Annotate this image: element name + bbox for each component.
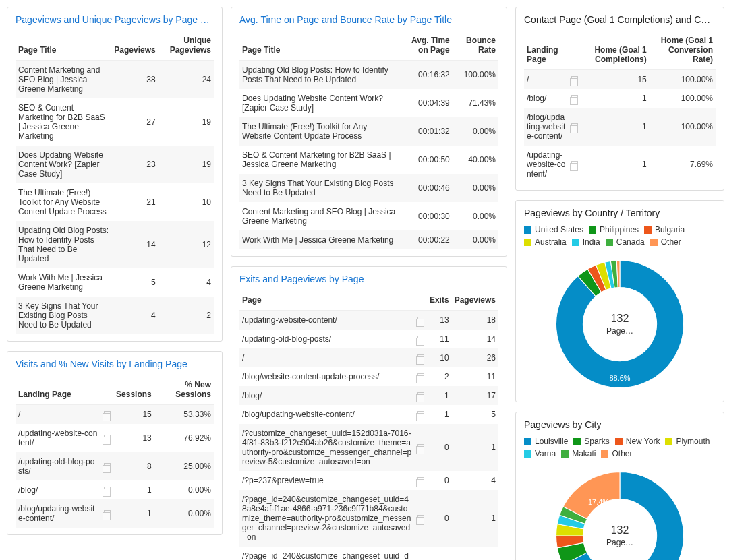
table-row[interactable]: /blog/updating-website-content/ 1 0.00% [16, 499, 214, 528]
open-link-icon[interactable] [104, 435, 111, 441]
open-link-icon[interactable] [571, 161, 578, 168]
table-row[interactable]: /blog/website-content-update-process/ 2 … [239, 367, 498, 386]
card-title[interactable]: Pageviews by Country / Territory [524, 208, 716, 218]
legend-item[interactable]: Canada [606, 237, 645, 247]
legend-label: Sparks [584, 437, 609, 446]
card-title[interactable]: Exits and Pageviews by Page [239, 274, 498, 284]
open-link-icon[interactable] [571, 95, 578, 102]
table-row[interactable]: Updating Old Blog Posts: How to Identify… [239, 61, 498, 90]
open-link-icon[interactable] [104, 510, 111, 517]
col-unique-pageviews[interactable]: Unique Pageviews [158, 32, 214, 61]
table-row[interactable]: /updating-old-blog-posts/ 8 25.00% [16, 452, 214, 480]
legend-item[interactable]: Varna [524, 449, 556, 458]
open-link-icon[interactable] [417, 411, 424, 418]
table-row[interactable]: /blog/ 1 100.00% [524, 89, 716, 108]
col-sessions[interactable]: Sessions [113, 376, 154, 405]
table-row[interactable]: / 15 100.00% [524, 70, 716, 90]
open-link-icon[interactable] [571, 123, 578, 130]
table-exits: Page Exits Pageviews /updating-website-c… [239, 291, 498, 560]
col-bounce[interactable]: Bounce Rate [453, 32, 498, 61]
legend-item[interactable]: Makati [561, 449, 596, 458]
donut-chart-city[interactable]: 132 Page… 67.4% 17.4% [549, 465, 691, 560]
col-landing-page[interactable]: Landing Page [524, 32, 581, 70]
col-avg-time[interactable]: Avg. Time on Page [399, 32, 453, 61]
table-row[interactable]: /updating-website-content/ 13 76.92% [16, 424, 214, 452]
col-pageviews[interactable]: Pageviews [452, 291, 498, 311]
legend-label: New York [626, 437, 660, 446]
table-row[interactable]: /blog/updating-website-content/ 1 100.00… [524, 108, 716, 146]
open-link-icon[interactable] [417, 444, 424, 451]
table-row[interactable]: The Ultimate (Free!) Toolkit for Any Web… [239, 117, 498, 146]
table-row[interactable]: Does Updating Website Content Work? [Zap… [239, 89, 498, 117]
open-link-icon[interactable] [417, 373, 424, 380]
legend-item[interactable]: Other [650, 237, 681, 247]
open-link-icon[interactable] [417, 477, 424, 484]
cell-page: / [239, 348, 427, 367]
table-row[interactable]: Content Marketing and SEO Blog | Jessica… [16, 61, 214, 99]
card-title[interactable]: Contact Page (Goal 1 Completions) and Co… [524, 14, 716, 25]
table-row[interactable]: /?customize_changeset_uuid=152d031a-7016… [239, 424, 498, 471]
col-conversion[interactable]: Home (Goal 1 Conversion Rate) [650, 32, 716, 70]
legend-item[interactable]: Other [601, 449, 632, 458]
table-row[interactable]: /?page_id=240&customize_changeset_uuid=d… [239, 547, 498, 560]
card-title[interactable]: Pageviews by City [524, 419, 716, 430]
table-row[interactable]: Updating Old Blog Posts: How to Identify… [16, 221, 214, 268]
card-title[interactable]: Visits and % New Visits by Landing Page [16, 359, 214, 369]
donut-chart-country[interactable]: 132 Page… 88.6% [549, 253, 691, 395]
open-link-icon[interactable] [417, 392, 424, 399]
table-row[interactable]: /?p=237&preview=true 0 4 [239, 471, 498, 490]
cell-page-title: The Ultimate (Free!) Toolkit for Any Web… [16, 183, 111, 221]
legend-label: Philippines [600, 225, 639, 235]
open-link-icon[interactable] [571, 76, 578, 83]
legend-item[interactable]: Louisville [524, 437, 568, 446]
table-row[interactable]: /updating-old-blog-posts/ 11 14 [239, 330, 498, 348]
legend-swatch-icon [524, 226, 531, 234]
col-new-sessions[interactable]: % New Sessions [154, 376, 214, 405]
table-row[interactable]: /blog/ 1 0.00% [16, 480, 214, 499]
legend-item[interactable]: Bulgaria [644, 225, 685, 235]
col-page-title[interactable]: Page Title [239, 32, 399, 61]
col-completions[interactable]: Home (Goal 1 Completions) [581, 32, 650, 70]
cell-page: /?customize_changeset_uuid=152d031a-7016… [239, 424, 427, 471]
table-row[interactable]: SEO & Content Marketing for B2B SaaS | J… [239, 146, 498, 174]
col-page[interactable]: Page [239, 291, 427, 311]
table-row[interactable]: /updating-website-content/ 13 18 [239, 311, 498, 330]
table-row[interactable]: Content Marketing and SEO Blog | Jessica… [239, 202, 498, 230]
cell-page-title: Does Updating Website Content Work? [Zap… [16, 146, 111, 183]
card-title[interactable]: Pageviews and Unique Pageviews by Page T… [16, 14, 214, 25]
table-row[interactable]: /blog/updating-website-content/ 1 5 [239, 405, 498, 424]
table-row[interactable]: / 10 26 [239, 348, 498, 367]
table-row[interactable]: /blog/ 1 17 [239, 386, 498, 405]
legend-item[interactable]: Philippines [589, 225, 639, 235]
open-link-icon[interactable] [104, 487, 111, 493]
table-row[interactable]: / 15 53.33% [16, 405, 214, 425]
legend-item[interactable]: Plymouth [665, 437, 710, 446]
open-link-icon[interactable] [417, 317, 424, 323]
legend-item[interactable]: New York [615, 437, 660, 446]
card-title[interactable]: Avg. Time on Page and Bounce Rate by Pag… [239, 14, 498, 25]
table-row[interactable]: 3 Key Signs That Your Existing Blog Post… [16, 297, 214, 334]
table-row[interactable]: The Ultimate (Free!) Toolkit for Any Web… [16, 183, 214, 221]
legend-item[interactable]: India [572, 237, 600, 247]
table-row[interactable]: Does Updating Website Content Work? [Zap… [16, 146, 214, 183]
col-pageviews[interactable]: Pageviews [111, 32, 158, 61]
legend-item[interactable]: Sparks [573, 437, 609, 446]
table-row[interactable]: SEO & Content Marketing for B2B SaaS | J… [16, 98, 214, 146]
table-row[interactable]: 3 Key Signs That Your Existing Blog Post… [239, 174, 498, 202]
open-link-icon[interactable] [417, 515, 424, 522]
col-landing-page[interactable]: Landing Page [16, 376, 113, 405]
table-row[interactable]: /updating-website-content/ 1 7.69% [524, 146, 716, 183]
open-link-icon[interactable] [104, 411, 111, 418]
open-link-icon[interactable] [104, 463, 111, 470]
open-link-icon[interactable] [417, 354, 424, 361]
col-exits[interactable]: Exits [427, 291, 452, 311]
table-row[interactable]: /?page_id=240&customize_changeset_uuid=4… [239, 490, 498, 547]
legend-item[interactable]: United States [524, 225, 583, 235]
cell-pageviews: 18 [452, 311, 498, 330]
table-row[interactable]: Work With Me | Jessica Greene Marketing … [239, 230, 498, 249]
cell-exits: 0 [427, 547, 452, 560]
open-link-icon[interactable] [417, 336, 424, 342]
legend-item[interactable]: Australia [524, 237, 567, 247]
table-row[interactable]: Work With Me | Jessica Greene Marketing … [16, 268, 214, 297]
col-page-title[interactable]: Page Title [16, 32, 111, 61]
